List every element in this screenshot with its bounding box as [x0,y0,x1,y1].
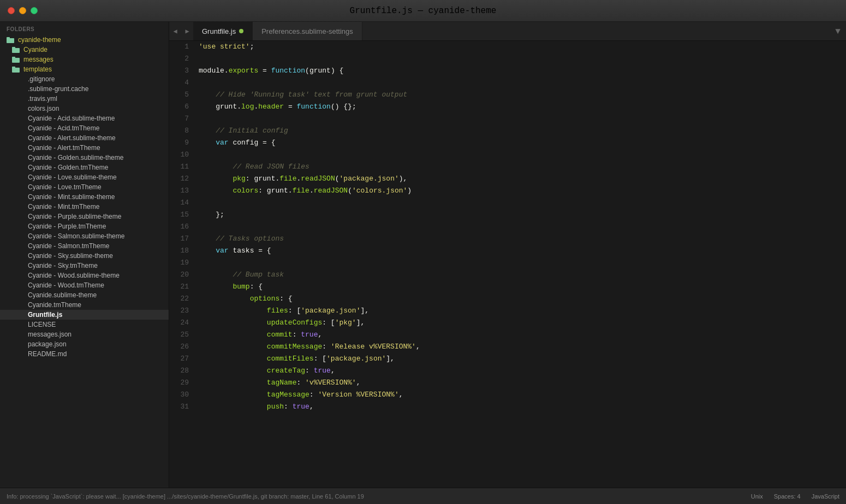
line-number: 27 [171,353,189,365]
line-number: 6 [171,101,189,113]
svg-rect-1 [7,37,10,39]
sidebar-item-cyanide-sky-tm[interactable]: Cyanide - Sky.tmTheme [0,261,169,271]
sidebar-item-cyanide-alert-sublime[interactable]: Cyanide - Alert.sublime-theme [0,133,169,143]
line-number: 11 [171,161,189,173]
code-line: commitFiles: ['package.json'], [196,353,846,365]
sidebar-item-license[interactable]: LICENSE [0,320,169,329]
sidebar-item-label: Cyanide - Sky.tmTheme [28,262,98,269]
sidebar-item-cyanide-theme[interactable]: cyanide-theme [0,35,169,45]
sidebar-item-cyanide-golden-tm[interactable]: Cyanide - Golden.tmTheme [0,163,169,172]
sidebar-item-messages[interactable]: messages [0,55,169,64]
maximize-button[interactable] [31,7,38,14]
sidebar-item-cyanide-mint-tm[interactable]: Cyanide - Mint.tmTheme [0,202,169,212]
sidebar-item-label: Cyanide - Alert.sublime-theme [28,134,116,142]
tabbar: ◀ ▶ Gruntfile.js Preferences.sublime-set… [169,22,846,41]
sidebar-item-messages-json[interactable]: messages.json [0,329,169,339]
sidebar-item-cyanide-golden-sublime[interactable]: Cyanide - Golden.sublime-theme [0,153,169,163]
sidebar-item-label: .sublime-grunt.cache [28,85,88,93]
sidebar-item-cyanide-alert-tm[interactable]: Cyanide - Alert.tmTheme [0,143,169,153]
sidebar-item-Cyanide[interactable]: Cyanide [0,45,169,55]
code-line: var config = { [196,137,846,149]
minimize-button[interactable] [19,7,26,14]
tab-prev-button[interactable]: ◀ [169,22,181,40]
sidebar-item-cyanide-acid-sublime[interactable]: Cyanide - Acid.sublime-theme [0,113,169,123]
code-line: files: ['package.json'], [196,305,846,317]
sidebar-item-gruntfile-js[interactable]: Gruntfile.js [0,310,169,320]
sidebar-item-templates[interactable]: templates [0,64,169,74]
titlebar: Gruntfile.js — cyanide-theme [0,0,846,22]
tab-gruntfile[interactable]: Gruntfile.js [193,22,253,40]
sidebar-item-label: Cyanide - Alert.tmTheme [28,144,100,152]
line-number: 9 [171,137,189,149]
sidebar-item-label: Cyanide - Love.sublime-theme [28,173,117,181]
line-number: 23 [171,305,189,317]
line-number: 5 [171,89,189,101]
statusbar-unix: Unix [751,493,763,500]
sidebar-item-gitignore[interactable]: .gitignore [0,74,169,84]
line-number: 14 [171,197,189,209]
sidebar-item-cyanide-purple-tm[interactable]: Cyanide - Purple.tmTheme [0,221,169,231]
sidebar-item-label: Cyanide - Golden.tmTheme [28,164,108,171]
code-line: createTag: true, [196,365,846,377]
line-number: 12 [171,173,189,185]
sidebar-item-colors-json[interactable]: colors.json [0,104,169,113]
sidebar-item-label: LICENSE [28,321,56,328]
close-button[interactable] [8,7,15,14]
titlebar-text: Gruntfile.js — cyanide-theme [350,6,497,16]
sidebar-item-cyanide-purple-sublime[interactable]: Cyanide - Purple.sublime-theme [0,212,169,221]
statusbar-lang: JavaScript [812,493,839,500]
tab-preferences[interactable]: Preferences.sublime-settings [253,22,362,40]
sidebar-item-cyanide-sky-sublime[interactable]: Cyanide - Sky.sublime-theme [0,251,169,261]
line-number: 4 [171,77,189,89]
editor-area: ◀ ▶ Gruntfile.js Preferences.sublime-set… [169,22,846,488]
sidebar-item-cyanide-acid-tm[interactable]: Cyanide - Acid.tmTheme [0,123,169,133]
sidebar-item-cyanide-love-tm[interactable]: Cyanide - Love.tmTheme [0,182,169,192]
svg-rect-3 [12,47,15,49]
sidebar-item-label: README.md [28,350,67,358]
sidebar-item-cyanide-sublime[interactable]: Cyanide.sublime-theme [0,290,169,300]
code-line: // Hide 'Running task' text from grunt o… [196,89,846,101]
code-line [196,257,846,269]
sidebar-item-label: Cyanide - Mint.tmTheme [28,203,99,211]
line-number: 28 [171,365,189,377]
main-layout: FOLDERS cyanide-theme Cyanide messages t… [0,22,846,488]
tab-dropdown-button[interactable]: ▼ [830,22,846,41]
sidebar-item-label: messages.json [28,331,72,338]
sidebar-item-label: Cyanide - Purple.tmTheme [28,223,106,230]
tab-next-button[interactable]: ▶ [181,22,193,40]
sidebar-item-sublime-grunt-cache[interactable]: .sublime-grunt.cache [0,84,169,94]
sidebar-item-cyanide-wood-tm[interactable]: Cyanide - Wood.tmTheme [0,280,169,290]
sidebar-item-cyanide-salmon-sublime[interactable]: Cyanide - Salmon.sublime-theme [0,231,169,241]
code-line: var tasks = { [196,245,846,257]
code-line: // Tasks options [196,233,846,245]
code-line: push: true, [196,401,846,413]
sidebar-item-cyanide-wood-sublime[interactable]: Cyanide - Wood.sublime-theme [0,271,169,280]
sidebar-item-cyanide-love-sublime[interactable]: Cyanide - Love.sublime-theme [0,172,169,182]
line-number: 25 [171,329,189,341]
code-line: // Bump task [196,269,846,281]
sidebar-item-travis-yml[interactable]: .travis.yml [0,94,169,104]
tab-preferences-label: Preferences.sublime-settings [261,27,353,35]
sidebar-item-cyanide-mint-sublime[interactable]: Cyanide - Mint.sublime-theme [0,192,169,202]
sidebar-item-label: package.json [28,340,67,348]
sidebar-item-label: Cyanide.sublime-theme [28,291,97,299]
folder-icon [7,36,15,44]
svg-rect-5 [12,57,15,59]
code-line: options: { [196,293,846,305]
code-content[interactable]: 'use strict';module.exports = function(g… [196,41,846,488]
folder-icon [12,46,21,53]
code-line: tagName: 'v%VERSION%', [196,377,846,389]
sidebar-item-label: Cyanide - Love.tmTheme [28,183,102,191]
line-number: 21 [171,281,189,293]
sidebar-item-cyanide-salmon-tm[interactable]: Cyanide - Salmon.tmTheme [0,241,169,251]
line-number: 18 [171,245,189,257]
code-editor[interactable]: 1234567891011121314151617181920212223242… [169,41,846,488]
svg-rect-7 [12,67,15,69]
sidebar-item-label: colors.json [28,105,59,112]
sidebar-item-readme-md[interactable]: README.md [0,349,169,359]
sidebar-item-package-json[interactable]: package.json [0,339,169,349]
code-line: commit: true, [196,329,846,341]
folder-icon [12,56,21,63]
sidebar-item-cyanide-tm[interactable]: Cyanide.tmTheme [0,300,169,310]
sidebar-item-label: Cyanide.tmTheme [28,301,81,309]
